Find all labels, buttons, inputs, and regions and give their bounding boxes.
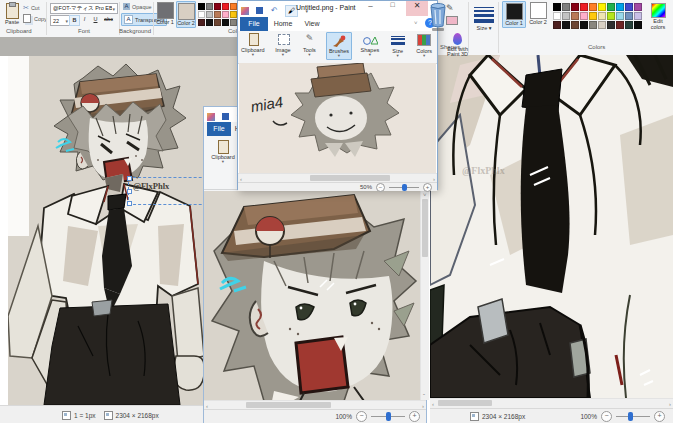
palette-swatch[interactable] — [214, 11, 221, 18]
color2-button[interactable]: Color 2 — [527, 2, 549, 25]
zoom-in-icon[interactable]: + — [654, 411, 665, 422]
palette-swatch[interactable] — [553, 21, 561, 29]
palette-swatch[interactable] — [607, 12, 615, 20]
size-button[interactable]: Size ▾ — [388, 32, 408, 59]
zoom-in-icon[interactable]: + — [409, 411, 420, 422]
palette-swatch[interactable] — [214, 3, 221, 10]
palette-swatch[interactable] — [206, 11, 213, 18]
color1-button[interactable]: Color 1 — [502, 1, 526, 28]
palette-swatch[interactable] — [634, 12, 642, 20]
pencil-icon[interactable]: ✎ — [446, 3, 454, 13]
palette-swatch[interactable] — [214, 19, 221, 26]
save-icon[interactable] — [222, 113, 229, 120]
palette-swatch[interactable] — [206, 3, 213, 10]
edit-with-paint3d-button[interactable]: Edit with Paint 3D — [441, 32, 475, 58]
tab-home[interactable]: Home — [268, 17, 298, 31]
eraser-icon[interactable] — [446, 16, 458, 25]
palette-swatch[interactable] — [634, 21, 642, 29]
close-button[interactable]: ✕ — [406, 1, 428, 16]
color2-button[interactable]: Color 2 — [176, 1, 196, 28]
zoom-out-icon[interactable]: − — [601, 411, 612, 422]
selection-handle[interactable] — [127, 201, 132, 206]
canvas[interactable]: mia4 — [239, 63, 436, 173]
collapse-ribbon-icon[interactable]: ˅ — [414, 20, 418, 26]
vertical-scroll-thumb[interactable] — [422, 199, 428, 257]
horizontal-scroll-thumb[interactable] — [246, 402, 331, 408]
vertical-scrollbar[interactable]: ˅ ˇ — [420, 191, 429, 400]
tab-file[interactable]: File — [240, 17, 268, 31]
palette-swatch[interactable] — [589, 21, 597, 29]
palette-swatch[interactable] — [222, 3, 229, 10]
zoom-out-icon[interactable]: − — [376, 183, 385, 192]
palette-swatch[interactable] — [580, 21, 588, 29]
palette-swatch[interactable] — [616, 3, 624, 11]
zoom-slider[interactable] — [389, 187, 419, 188]
zoom-in-icon[interactable]: + — [423, 183, 432, 192]
palette-swatch[interactable] — [634, 3, 642, 11]
palette-swatch[interactable] — [206, 19, 213, 26]
opaque-button[interactable]: A Opaque — [123, 3, 152, 10]
colors-button[interactable]: Colors ▾ — [414, 32, 434, 59]
tab-file[interactable]: File — [207, 122, 231, 136]
palette-swatch[interactable] — [589, 12, 597, 20]
palette-swatch[interactable] — [580, 3, 588, 11]
palette-swatch[interactable] — [562, 3, 570, 11]
image-button[interactable]: Image ▾ — [273, 32, 293, 58]
color1-button[interactable]: Color 1 — [156, 2, 174, 25]
selection-handle[interactable] — [127, 176, 132, 181]
scroll-down-icon[interactable]: ˇ — [423, 393, 425, 399]
selection-handle[interactable] — [127, 189, 132, 194]
clipboard-button[interactable]: Clipboard ▾ — [208, 139, 238, 165]
scroll-left-icon[interactable]: ‹ — [432, 401, 434, 407]
font-family-combobox[interactable]: @FOT-マティス Pro EB ▾ — [50, 3, 118, 14]
palette-swatch[interactable] — [598, 12, 606, 20]
bold-button[interactable]: B — [69, 15, 80, 26]
palette-swatch[interactable] — [230, 19, 237, 26]
palette-swatch[interactable] — [589, 3, 597, 11]
palette-swatch[interactable] — [580, 12, 588, 20]
tab-view[interactable]: View — [298, 17, 326, 31]
font-size-combobox[interactable]: 22 ▾ — [50, 15, 71, 26]
zoom-slider[interactable] — [616, 416, 650, 417]
palette-swatch[interactable] — [230, 11, 237, 18]
underline-button[interactable]: U — [91, 15, 100, 24]
edit-colors-button[interactable]: Edit colors — [646, 3, 670, 30]
palette-swatch[interactable] — [198, 11, 205, 18]
minimize-button[interactable]: – — [362, 1, 379, 16]
canvas[interactable] — [204, 191, 420, 400]
palette-swatch[interactable] — [198, 3, 205, 10]
recycle-bin-icon[interactable] — [429, 2, 447, 34]
palette-swatch[interactable] — [625, 12, 633, 20]
palette-swatch[interactable] — [230, 3, 237, 10]
zoom-slider[interactable] — [371, 416, 405, 417]
palette-swatch[interactable] — [198, 19, 205, 26]
zoom-out-icon[interactable]: − — [356, 411, 367, 422]
tools-button[interactable]: ✎ Tools ▾ — [299, 32, 319, 58]
size-button[interactable]: Size ▾ — [474, 5, 494, 31]
scroll-right-icon[interactable]: › — [669, 401, 671, 407]
clipboard-button[interactable]: Clipboard ▾ — [239, 32, 267, 58]
palette-swatch[interactable] — [607, 3, 615, 11]
palette-swatch[interactable] — [562, 21, 570, 29]
maximize-button[interactable]: □ — [384, 1, 401, 16]
palette-swatch[interactable] — [625, 3, 633, 11]
palette-swatch[interactable] — [553, 12, 561, 20]
zoom-slider-thumb[interactable] — [628, 412, 633, 421]
horizontal-scroll-thumb[interactable] — [438, 400, 492, 406]
palette-swatch[interactable] — [616, 12, 624, 20]
palette-swatch[interactable] — [571, 21, 579, 29]
save-icon[interactable] — [256, 7, 263, 14]
title-bar[interactable]: ↶ 🖌 ▾ Untitled.png - Paint – □ ✕ — [238, 1, 437, 17]
canvas[interactable]: @FlxPhlx — [430, 55, 673, 398]
scroll-up-icon[interactable]: ˅ — [423, 192, 427, 198]
palette-swatch[interactable] — [616, 21, 624, 29]
palette-swatch[interactable] — [571, 12, 579, 20]
brushes-button[interactable]: Brushes ▾ — [326, 32, 352, 60]
palette-swatch[interactable] — [222, 19, 229, 26]
undo-icon[interactable]: ↶ — [271, 6, 278, 15]
palette-swatch[interactable] — [571, 3, 579, 11]
shapes-button[interactable]: Shapes ▾ — [359, 32, 382, 58]
italic-button[interactable]: I — [80, 15, 89, 24]
palette-swatch[interactable] — [598, 3, 606, 11]
palette-swatch[interactable] — [625, 21, 633, 29]
